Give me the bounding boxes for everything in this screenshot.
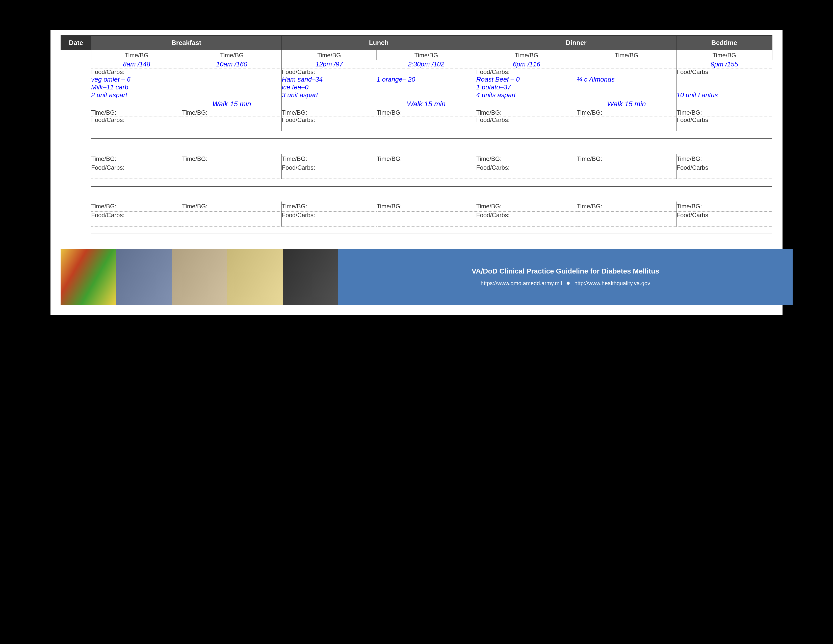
day3-empty-line2: [61, 226, 772, 234]
day1-food5b: [676, 76, 772, 83]
day1-walk1: Walk 15 min: [182, 99, 282, 109]
day1-walk-empty2: [282, 99, 376, 109]
day1-milk: Milk–11 carb: [91, 83, 182, 91]
day1-empty5: [577, 83, 676, 91]
day1-empty-line2: [61, 131, 772, 138]
day1-empty3: [182, 83, 282, 91]
day1-ins-empty1: [182, 91, 282, 99]
footer-dot: ●: [566, 279, 571, 287]
day2-tb1: Time/BG:: [91, 154, 182, 164]
device-image: [283, 249, 338, 305]
day1-ins-empty2: [376, 91, 476, 99]
footer-title: VA/DoD Clinical Practice Guideline for D…: [471, 267, 659, 275]
day1-empty6: [676, 83, 772, 91]
lunch-header: Lunch: [282, 35, 476, 50]
day1-fl2-date: [61, 116, 91, 124]
spacer1: [61, 138, 772, 154]
header-row: Date Breakfast Lunch Dinner Bedtime: [61, 35, 772, 50]
day1-fl2-4: Food/Carbs: [676, 116, 772, 124]
day3-date: [61, 201, 91, 212]
footer-image-strip: [61, 249, 338, 305]
day1-time2: 10am /160: [182, 60, 282, 68]
day1-food4: Roast Beef – 0: [476, 76, 577, 83]
skeleton-image: [172, 249, 227, 305]
main-table: Date Breakfast Lunch Dinner Bedtime Time…: [61, 35, 772, 234]
dinner-header: Dinner: [476, 35, 677, 50]
day1-time1: 8am /148: [91, 60, 182, 68]
day1-potato: 1 potato–37: [476, 83, 577, 91]
walk-image: [116, 249, 172, 305]
day1-t2-tb6: Time/BG:: [577, 109, 676, 116]
day1-insulin1: 2 unit aspart: [91, 91, 182, 99]
food-image: [61, 249, 116, 305]
day1-timebg2-row: Time/BG: Time/BG: Time/BG: Time/BG: Time…: [61, 109, 772, 116]
day1-t2-date: [61, 109, 91, 116]
date-subheader: [61, 50, 91, 60]
paper-image: [227, 249, 283, 305]
day1-time6: [577, 60, 676, 68]
day2-tb7: Time/BG:: [676, 154, 772, 164]
day3-tb7: Time/BG:: [676, 201, 772, 212]
day2-empty-line2: [61, 179, 772, 187]
day1-time4: 2:30pm /102: [376, 60, 476, 68]
day3-timebg-row: Time/BG: Time/BG: Time/BG: Time/BG: Time…: [61, 201, 772, 212]
day1-t2-tb7: Time/BG:: [676, 109, 772, 116]
day1-t2-tb1: Time/BG:: [91, 109, 182, 116]
time-bg-sub-3: Time/BG: [282, 50, 376, 60]
day1-empty-line1: [61, 124, 772, 131]
day1-food-label-3: Food/Carbs:: [476, 68, 677, 76]
day2-timebg-row: Time/BG: Time/BG: Time/BG: Time/BG: Time…: [61, 154, 772, 164]
day1-date: [61, 60, 91, 68]
day1-t2-tb4: Time/BG:: [376, 109, 476, 116]
day1-icetea: ice tea–0: [282, 83, 376, 91]
day1-ins-date: [61, 91, 91, 99]
day1-food-label-4: Food/Carbs: [676, 68, 772, 76]
bedtime-header: Bedtime: [676, 35, 772, 50]
day3-tb2: Time/BG:: [182, 201, 282, 212]
day3-tb1: Time/BG:: [91, 201, 182, 212]
day1-food-label-2: Food/Carbs:: [282, 68, 476, 76]
day2-tb5: Time/BG:: [476, 154, 577, 164]
day2-tb4: Time/BG:: [376, 154, 476, 164]
day1-food1-row: veg omlet – 6 Ham sand–34 1 orange– 20 R…: [61, 76, 772, 83]
day2-tb6: Time/BG:: [577, 154, 676, 164]
day1-foodlabel-row: Food/Carbs: Food/Carbs: Food/Carbs: Food…: [61, 68, 772, 76]
day1-t2-tb5: Time/BG:: [476, 109, 577, 116]
day1-insulin2: 3 unit aspart: [282, 91, 376, 99]
day1-t2-tb2: Time/BG:: [182, 109, 282, 116]
day1-walk-empty4: [676, 99, 772, 109]
footer-banner: VA/DoD Clinical Practice Guideline for D…: [61, 249, 793, 305]
day3-tb6: Time/BG:: [577, 201, 676, 212]
day2-foodlabel-row: Food/Carbs: Food/Carbs: Food/Carbs: Food…: [61, 164, 772, 171]
page-container: Date Breakfast Lunch Dinner Bedtime Time…: [50, 30, 783, 315]
time-bg-sub-2: Time/BG: [182, 50, 282, 60]
day1-insulin3: 4 units aspart: [476, 91, 577, 99]
day1-insulin-row: 2 unit aspart 3 unit aspart 4 units aspa…: [61, 91, 772, 99]
time-bg-sub-5: Time/BG: [476, 50, 577, 60]
time-bg-sub-4: Time/BG: [376, 50, 476, 60]
day1-fl2-1: Food/Carbs:: [91, 116, 282, 124]
spacer2: [61, 187, 772, 201]
day1-empty: [61, 76, 91, 83]
day3-tb5: Time/BG:: [476, 201, 577, 212]
day1-insulin4: 10 unit Lantus: [676, 91, 772, 99]
footer-text-block: VA/DoD Clinical Practice Guideline for D…: [338, 249, 793, 305]
time-bg-sub-6: Time/BG: [577, 50, 676, 60]
day1-walk-row: Walk 15 min Walk 15 min Walk 15 min: [61, 99, 772, 109]
day3-tb4: Time/BG:: [376, 201, 476, 212]
subheader-row: Time/BG Time/BG Time/BG Time/BG Time/BG …: [61, 50, 772, 60]
day1-food1b: [182, 76, 282, 83]
footer-urls: https://www.qmo.amedd.army.mil ● http://…: [481, 279, 650, 287]
day1-fl2-2: Food/Carbs:: [282, 116, 476, 124]
day1-time7: 9pm /155: [676, 60, 772, 68]
day1-timebg-row: 8am /148 10am /160 12pm /97 2:30pm /102 …: [61, 60, 772, 68]
footer-images: [61, 249, 338, 305]
day1-walk2: Walk 15 min: [376, 99, 476, 109]
day1-walk-date: [61, 99, 91, 109]
day1-time3: 12pm /97: [282, 60, 376, 68]
breakfast-header: Breakfast: [91, 35, 282, 50]
day1-foodlabel2-row: Food/Carbs: Food/Carbs: Food/Carbs: Food…: [61, 116, 772, 124]
footer-url1: https://www.qmo.amedd.army.mil: [481, 280, 562, 287]
day3-foodlabel-row: Food/Carbs: Food/Carbs: Food/Carbs: Food…: [61, 212, 772, 219]
day1-ins-empty3: [577, 91, 676, 99]
